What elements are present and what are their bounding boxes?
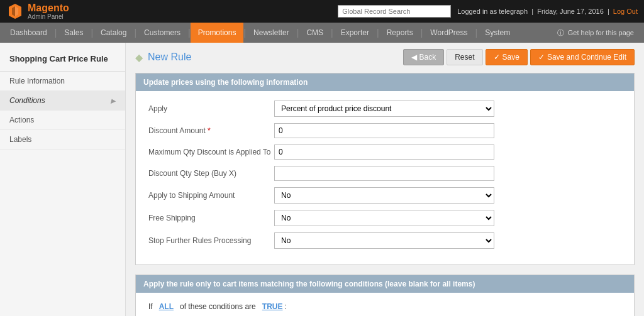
- sidebar-item-conditions[interactable]: Conditions ▶: [0, 91, 125, 111]
- back-button[interactable]: ◀ Back: [403, 49, 445, 65]
- magento-logo-icon: [6, 3, 24, 20]
- back-label: Back: [419, 53, 436, 62]
- label-free-shipping: Free Shipping: [148, 214, 274, 222]
- free-shipping-select[interactable]: No Yes For matching items only: [274, 210, 494, 226]
- conditions-section-header: Apply the rule only to cart items matchi…: [136, 275, 634, 293]
- conditions-section-body: If ALL of these conditions are TRUE : +: [136, 293, 634, 316]
- help-text: Get help for this page: [568, 29, 634, 36]
- actions-section-header: Update prices using the following inform…: [136, 74, 634, 91]
- nav-item-system[interactable]: System: [477, 23, 518, 43]
- nav-item-wordpress[interactable]: WordPress: [423, 23, 475, 43]
- back-icon: ◀: [411, 53, 417, 62]
- sidebar-item-rule-information[interactable]: Rule Information: [0, 72, 125, 91]
- condition-of-text: of these conditions are: [180, 302, 256, 311]
- sidebar-item-labels-label: Labels: [9, 135, 31, 144]
- apply-shipping-select[interactable]: No Yes: [274, 187, 494, 204]
- actions-section-body: Apply Percent of product price discount …: [136, 91, 634, 264]
- save-continue-icon: ✓: [538, 53, 545, 62]
- nav-right: ⓘ Get help for this page: [550, 28, 641, 38]
- nav-item-customers[interactable]: Customers: [136, 23, 188, 43]
- label-stop-rules: Stop Further Rules Processing: [148, 236, 274, 245]
- conditions-section: Apply the rule only to cart items matchi…: [135, 275, 635, 316]
- reset-button[interactable]: Reset: [447, 49, 482, 65]
- apply-select[interactable]: Percent of product price discount Fixed …: [274, 101, 494, 117]
- label-apply-shipping: Apply to Shipping Amount: [148, 191, 274, 200]
- discount-amount-field[interactable]: [274, 123, 494, 138]
- save-icon: ✓: [494, 53, 500, 62]
- logo-admin-text: Admin Panel: [28, 13, 69, 20]
- condition-true-link[interactable]: TRUE: [262, 302, 283, 311]
- header-info: Logged in as telegraph | Friday, June 17…: [457, 8, 638, 15]
- nav-item-reports[interactable]: Reports: [379, 23, 421, 43]
- main-layout: Shopping Cart Price Rule Rule Informatio…: [0, 43, 644, 316]
- sidebar-item-conditions-label: Conditions: [9, 96, 45, 105]
- logo: Magento Admin Panel: [6, 3, 69, 21]
- label-discount-qty-step: Discount Qty Step (Buy X): [148, 169, 274, 178]
- input-stop-rules[interactable]: No Yes: [274, 232, 494, 249]
- max-qty-field[interactable]: [274, 144, 494, 160]
- logout-link[interactable]: Log Out: [613, 8, 638, 15]
- input-apply[interactable]: Percent of product price discount Fixed …: [274, 101, 494, 117]
- input-max-qty[interactable]: [274, 144, 494, 160]
- save-label: Save: [502, 53, 519, 62]
- help-link[interactable]: ⓘ Get help for this page: [550, 28, 641, 38]
- action-buttons: ◀ Back Reset ✓ Save ✓ Save and Continue …: [403, 49, 635, 65]
- nav-item-newsletter[interactable]: Newsletter: [246, 23, 297, 43]
- app-header: Magento Admin Panel Logged in as telegra…: [0, 0, 644, 23]
- main-content: ◆ New Rule ◀ Back Reset ✓ Save ✓ Save an…: [126, 43, 644, 316]
- page-title-area: ◆ New Rule: [135, 52, 191, 63]
- sidebar-title: Shopping Cart Price Rule: [0, 49, 125, 72]
- sidebar-item-rule-information-label: Rule Information: [9, 77, 65, 85]
- discount-qty-step-field[interactable]: [274, 166, 494, 181]
- page-header: ◆ New Rule ◀ Back Reset ✓ Save ✓ Save an…: [135, 49, 635, 65]
- save-button[interactable]: ✓ Save: [486, 49, 528, 65]
- field-discount-qty-step: Discount Qty Step (Buy X): [148, 166, 621, 181]
- field-stop-rules: Stop Further Rules Processing No Yes: [148, 232, 621, 249]
- save-continue-label: Save and Continue Edit: [547, 53, 626, 62]
- input-discount-amount[interactable]: [274, 123, 494, 138]
- field-apply-shipping: Apply to Shipping Amount No Yes: [148, 187, 621, 204]
- sidebar-item-actions-label: Actions: [9, 116, 34, 124]
- field-free-shipping: Free Shipping No Yes For matching items …: [148, 210, 621, 226]
- header-right: Logged in as telegraph | Friday, June 17…: [338, 5, 638, 18]
- nav-item-catalog[interactable]: Catalog: [93, 23, 134, 43]
- stop-rules-select[interactable]: No Yes: [274, 232, 494, 249]
- main-nav: Dashboard | Sales | Catalog | Customers …: [0, 23, 644, 43]
- condition-all-link[interactable]: ALL: [159, 302, 174, 311]
- condition-if-text: If: [148, 302, 153, 311]
- global-search-input[interactable]: [338, 5, 451, 18]
- label-apply: Apply: [148, 104, 274, 113]
- label-max-qty: Maximum Qty Discount is Applied To: [148, 148, 274, 156]
- required-indicator: *: [208, 126, 211, 135]
- sidebar-item-actions[interactable]: Actions: [0, 111, 125, 130]
- field-discount-amount: Discount Amount *: [148, 123, 621, 138]
- actions-section: Update prices using the following inform…: [135, 73, 635, 265]
- nav-item-sales[interactable]: Sales: [57, 23, 91, 43]
- label-discount-amount: Discount Amount *: [148, 126, 274, 135]
- new-rule-icon: ◆: [135, 52, 143, 63]
- condition-rule-text: If ALL of these conditions are TRUE :: [148, 302, 621, 311]
- reset-label: Reset: [455, 53, 474, 62]
- input-apply-shipping[interactable]: No Yes: [274, 187, 494, 204]
- help-icon: ⓘ: [557, 29, 564, 36]
- sidebar-item-labels[interactable]: Labels: [0, 130, 125, 150]
- input-discount-qty-step[interactable]: [274, 166, 494, 181]
- input-free-shipping[interactable]: No Yes For matching items only: [274, 210, 494, 226]
- date-info: Friday, June 17, 2016: [537, 8, 604, 15]
- field-apply: Apply Percent of product price discount …: [148, 101, 621, 117]
- page-title: New Rule: [148, 52, 191, 63]
- nav-item-dashboard[interactable]: Dashboard: [3, 23, 55, 43]
- nav-item-promotions[interactable]: Promotions: [191, 23, 244, 43]
- logo-magento-text: Magento: [28, 3, 69, 14]
- sidebar: Shopping Cart Price Rule Rule Informatio…: [0, 43, 126, 316]
- nav-item-cms[interactable]: CMS: [299, 23, 331, 43]
- user-info: Logged in as telegraph: [457, 8, 528, 15]
- field-max-qty: Maximum Qty Discount is Applied To: [148, 144, 621, 160]
- nav-item-exporter[interactable]: Exporter: [333, 23, 377, 43]
- save-continue-button[interactable]: ✓ Save and Continue Edit: [530, 49, 635, 65]
- condition-colon: :: [285, 302, 287, 311]
- sidebar-conditions-arrow-icon: ▶: [111, 97, 116, 104]
